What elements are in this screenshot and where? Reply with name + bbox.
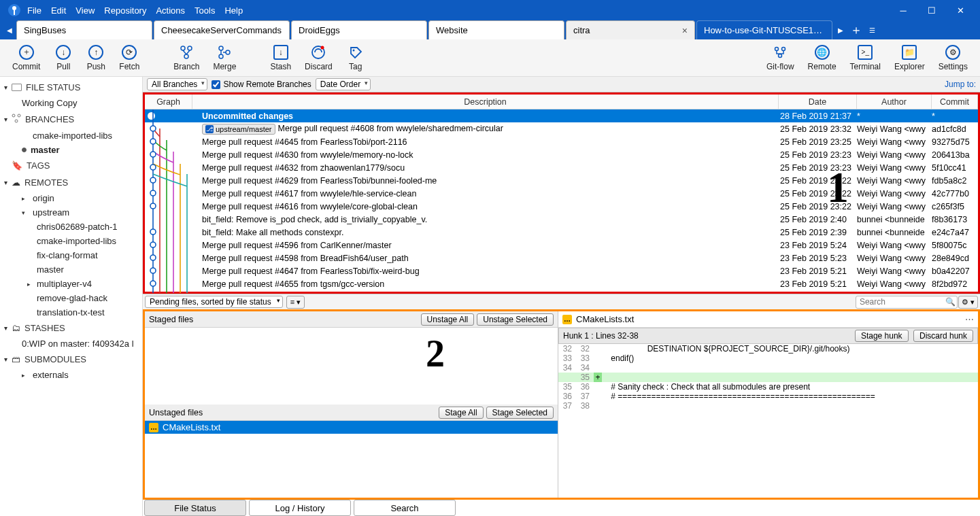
commit-row[interactable]: Merge pull request #4632 from zhaowenlan… xyxy=(145,161,978,174)
remote-button[interactable]: 🌐Remote xyxy=(801,41,843,75)
date-order-select[interactable]: Date Order xyxy=(316,78,371,90)
unstage-selected-button[interactable]: Unstage Selected xyxy=(477,313,554,326)
sidebar-branch[interactable]: cmake-imported-libs xyxy=(0,128,142,143)
file-row-selected[interactable]: … CMakeLists.txt xyxy=(145,421,558,434)
sidebar-stash-item[interactable]: 0:WIP on master: f409342a l xyxy=(0,337,142,351)
diff-line[interactable]: 35+ xyxy=(558,373,978,382)
diff-line[interactable]: 3434 xyxy=(558,363,978,373)
commit-row[interactable]: Merge pull request #4616 from wwylele/co… xyxy=(145,200,978,213)
tab-close-icon[interactable]: × xyxy=(682,25,688,36)
commit-row[interactable]: Merge pull request #4617 from wwylele/hl… xyxy=(145,187,978,200)
sidebar-submodule[interactable]: ▸externals xyxy=(0,368,142,382)
commit-row[interactable]: Merge pull request #4596 from CarlKenner… xyxy=(145,239,978,252)
commit-row[interactable]: ⎇upstream/masterMerge pull request #4608… xyxy=(145,122,978,135)
stash-button[interactable]: ↓Stash xyxy=(263,41,298,75)
close-button[interactable]: ✕ xyxy=(946,0,975,20)
diff-line[interactable]: 3637 # =================================… xyxy=(558,392,978,401)
settings-button[interactable]: ⚙Settings xyxy=(932,41,975,75)
menu-view[interactable]: View xyxy=(75,5,95,16)
view-mode-button[interactable]: ≡ ▾ xyxy=(286,296,305,309)
merge-button[interactable]: Merge xyxy=(206,41,243,75)
pending-sort-select[interactable]: Pending files, sorted by file status xyxy=(145,296,283,308)
stage-all-button[interactable]: Stage All xyxy=(439,407,483,419)
sidebar-section-branches[interactable]: ▾BRANCHES xyxy=(0,110,142,128)
tab-scroll-right-icon[interactable]: ▶ xyxy=(834,20,847,39)
sidebar-remote-upstream[interactable]: ▾upstream xyxy=(0,205,142,220)
commit-row[interactable]: bit_field: Remove is_pod check, add is_t… xyxy=(145,213,978,226)
commit-row[interactable]: bit_field: Make all methods constexpr.25… xyxy=(145,226,978,239)
menu-edit[interactable]: Edit xyxy=(51,5,66,16)
sidebar-section-submodules[interactable]: ▾🗃SUBMODULES xyxy=(0,351,142,368)
menu-file[interactable]: File xyxy=(27,5,41,16)
repo-tab[interactable]: How-to-use-Git-NTUSCSE1… xyxy=(696,20,832,39)
branches-filter-select[interactable]: All Branches xyxy=(147,78,207,90)
sidebar-remote-origin[interactable]: ▸origin xyxy=(0,191,142,205)
tab-file-status[interactable]: File Status xyxy=(144,500,246,516)
sidebar-section-tags[interactable]: ▾🔖TAGS xyxy=(0,157,142,174)
col-author[interactable]: Author xyxy=(857,94,932,109)
diff-line[interactable]: 3738 xyxy=(558,401,978,411)
commit-row[interactable]: Merge pull request #4645 from FearlessTo… xyxy=(145,135,978,148)
pull-button[interactable]: ↓Pull xyxy=(47,41,80,75)
jump-to-link[interactable]: Jump to: xyxy=(945,80,976,89)
col-description[interactable]: Description xyxy=(192,94,779,109)
menu-actions[interactable]: Actions xyxy=(156,5,185,16)
col-commit[interactable]: Commit xyxy=(932,94,978,109)
sidebar-remote-branch[interactable]: cmake-imported-libs xyxy=(0,234,142,248)
commit-button[interactable]: ＋Commit xyxy=(5,41,47,75)
search-input[interactable] xyxy=(856,296,958,309)
sidebar-remote-branch[interactable]: fix-clang-format xyxy=(0,248,142,262)
diff-line[interactable]: 3333 endif() xyxy=(558,354,978,363)
menu-help[interactable]: Help xyxy=(224,5,243,16)
tab-scroll-left-icon[interactable]: ◀ xyxy=(3,20,16,39)
commit-row[interactable]: Uncommitted changes28 Feb 2019 21:37** xyxy=(145,109,978,122)
col-graph[interactable]: Graph xyxy=(145,94,192,109)
sidebar-section-remotes[interactable]: ▾☁REMOTES xyxy=(0,174,142,191)
tab-log-history[interactable]: Log / History xyxy=(249,500,351,516)
push-button[interactable]: ↑Push xyxy=(80,41,112,75)
stage-selected-button[interactable]: Stage Selected xyxy=(486,407,554,419)
branch-button[interactable]: Branch xyxy=(167,41,206,75)
staged-files-list[interactable] xyxy=(145,328,558,405)
commit-row[interactable]: Merge pull request #4630 from wwylele/me… xyxy=(145,148,978,161)
terminal-button[interactable]: >_Terminal xyxy=(843,41,888,75)
tag-button[interactable]: Tag xyxy=(339,41,372,75)
maximize-button[interactable]: ☐ xyxy=(917,0,946,20)
sidebar-remote-branch[interactable]: chris062689-patch-1 xyxy=(0,220,142,234)
options-gear-button[interactable]: ⚙ ▾ xyxy=(958,296,978,309)
sidebar-branch-current[interactable]: master xyxy=(0,143,142,157)
repo-tab[interactable]: Website xyxy=(428,20,564,39)
repo-tab[interactable]: DroidEggs xyxy=(291,20,427,39)
show-remote-checkbox[interactable]: Show Remote Branches xyxy=(212,80,311,89)
diff-lines[interactable]: 3232 DESTINATION ${PROJECT_SOURCE_DIR}/.… xyxy=(558,344,978,411)
explorer-button[interactable]: 📁Explorer xyxy=(888,41,932,75)
fetch-button[interactable]: ⟳Fetch xyxy=(112,41,146,75)
unstage-all-button[interactable]: Unstage All xyxy=(421,313,475,326)
menu-tools[interactable]: Tools xyxy=(195,5,215,16)
sidebar-remote-branch[interactable]: translation-tx-test xyxy=(0,305,142,320)
minimize-button[interactable]: ─ xyxy=(889,0,917,20)
diff-line[interactable]: 3232 DESTINATION ${PROJECT_SOURCE_DIR}/.… xyxy=(558,344,978,354)
stage-hunk-button[interactable]: Stage hunk xyxy=(855,330,909,342)
show-remote-input[interactable] xyxy=(212,80,220,89)
sidebar-remote-branch[interactable]: remove-glad-hack xyxy=(0,291,142,305)
commit-rows[interactable]: Uncommitted changes28 Feb 2019 21:37**⎇u… xyxy=(145,109,978,290)
unstaged-files-list[interactable]: … CMakeLists.txt xyxy=(145,421,558,498)
col-date[interactable]: Date xyxy=(779,94,857,109)
menu-repository[interactable]: Repository xyxy=(104,5,146,16)
discard-hunk-button[interactable]: Discard hunk xyxy=(913,330,973,342)
sidebar-remote-branch[interactable]: master xyxy=(0,262,142,277)
commit-row[interactable]: Merge pull request #4647 from FearlessTo… xyxy=(145,264,978,277)
repo-tab-active[interactable]: citra× xyxy=(566,20,695,39)
repo-tab[interactable]: CheesecakeServerCommands xyxy=(154,20,290,39)
gitflow-button[interactable]: Git-flow xyxy=(760,41,801,75)
tab-menu-icon[interactable]: ☰ xyxy=(865,20,879,39)
diff-line[interactable]: 3536 # Sanity check : Check that all sub… xyxy=(558,382,978,392)
commit-row[interactable]: Merge pull request #4598 from BreadFish6… xyxy=(145,252,978,264)
repo-tab[interactable]: SingBuses xyxy=(16,20,152,39)
sidebar-section-file-status[interactable]: ▾FILE STATUS xyxy=(0,79,142,96)
sidebar-item-working-copy[interactable]: Working Copy xyxy=(0,96,142,110)
new-tab-button[interactable]: ＋ xyxy=(847,20,865,39)
tab-search[interactable]: Search xyxy=(354,500,456,516)
discard-button[interactable]: Discard xyxy=(298,41,339,75)
